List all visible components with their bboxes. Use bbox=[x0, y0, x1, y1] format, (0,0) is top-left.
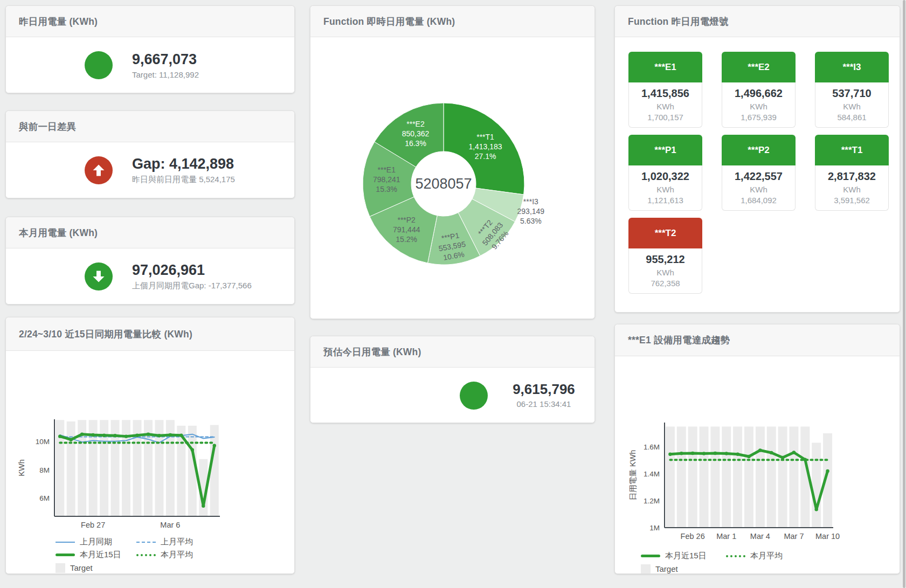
status-card-label: ***E2 bbox=[722, 52, 796, 82]
series-marker bbox=[80, 432, 84, 435]
series-marker bbox=[680, 452, 683, 455]
status-card-unit: KWh bbox=[630, 102, 701, 111]
panel-title: ***E1 設備用電達成趨勢 bbox=[628, 334, 730, 347]
target-bar bbox=[733, 427, 742, 528]
target-bar bbox=[722, 427, 731, 528]
target-bar bbox=[210, 425, 219, 516]
panel-status-lights: Function 昨日用電燈號 ***E11,415,856KWh1,700,1… bbox=[614, 5, 900, 313]
status-card-value: 1,422,557 bbox=[723, 170, 794, 183]
status-card-label: ***E1 bbox=[628, 52, 702, 82]
e1-trend-line-chart: 1M1.2M1.4M1.6MFeb 26Mar 1Mar 4Mar 7Mar 1… bbox=[615, 356, 900, 542]
series-marker bbox=[113, 434, 116, 437]
status-card-label: ***P2 bbox=[722, 135, 796, 165]
comparison-chart-legend: 上月同期上月平均本月近15日本月平均Target bbox=[56, 536, 294, 574]
status-card-unit: KWh bbox=[723, 102, 794, 111]
status-card-body: 537,710KWh584,861 bbox=[815, 82, 889, 128]
panel-title: Function 昨日用電燈號 bbox=[628, 15, 729, 28]
green-down-arrow-icon bbox=[85, 262, 113, 290]
status-card-label: ***T1 bbox=[815, 135, 889, 165]
panel-header: Function 昨日用電燈號 bbox=[615, 6, 900, 37]
month-usage-value: 97,026,961 bbox=[132, 262, 252, 279]
status-card-target: 1,121,613 bbox=[630, 196, 701, 205]
legend-item[interactable]: 本月平均 bbox=[136, 549, 228, 561]
x-tick-label: Mar 10 bbox=[815, 532, 840, 541]
status-card-unit: KWh bbox=[817, 185, 887, 194]
status-card-target: 1,675,939 bbox=[723, 113, 794, 122]
status-card-label: ***T2 bbox=[628, 218, 702, 248]
status-card: ***E21,496,662KWh1,675,939 bbox=[722, 52, 796, 128]
series-marker bbox=[781, 456, 784, 459]
legend-label: 本月近15日 bbox=[80, 550, 121, 560]
series-marker bbox=[725, 452, 728, 455]
panel-comparison-chart: 2/24~3/10 近15日同期用電量比較 (KWh) 6M8M10MFeb 2… bbox=[5, 317, 295, 574]
legend-item[interactable]: 本月平均 bbox=[726, 550, 807, 562]
series-marker bbox=[826, 469, 829, 473]
legend-swatch-box-icon bbox=[56, 563, 65, 573]
yesterday-usage-target: Target: 11,128,992 bbox=[132, 70, 199, 79]
target-bar bbox=[67, 421, 75, 516]
status-card-target: 3,591,562 bbox=[817, 196, 887, 205]
vertical-scrollbar-track[interactable] bbox=[902, 0, 906, 588]
legend-label: 本月平均 bbox=[750, 551, 783, 561]
status-card: ***T12,817,832KWh3,591,562 bbox=[815, 135, 889, 211]
panel-title: Function 即時日用電量 (KWh) bbox=[323, 15, 455, 28]
y-axis-title: KWh bbox=[17, 459, 26, 476]
legend-label: 本月平均 bbox=[161, 550, 193, 560]
legend-swatch-dots-icon bbox=[136, 554, 156, 556]
status-card-value: 537,710 bbox=[817, 87, 887, 100]
panel-title: 預估今日用電量 (KWh) bbox=[323, 345, 421, 358]
x-tick-label: Mar 6 bbox=[160, 521, 180, 529]
legend-label: 上月同期 bbox=[80, 537, 112, 547]
target-bar bbox=[710, 427, 720, 528]
status-card-unit: KWh bbox=[817, 102, 887, 111]
today-estimate-value: 9,615,796 bbox=[508, 382, 580, 398]
legend-item[interactable]: 本月近15日 bbox=[641, 550, 726, 562]
series-marker bbox=[213, 444, 216, 447]
series-marker bbox=[747, 455, 750, 458]
status-card-body: 2,817,832KWh3,591,562 bbox=[815, 165, 889, 211]
status-card-target: 1,700,157 bbox=[630, 113, 701, 122]
status-card-value: 1,020,322 bbox=[630, 170, 701, 183]
y-tick-label: 1.4M bbox=[644, 470, 660, 478]
panel-realtime-donut: Function 即時日用電量 (KWh) ***T11,413,18327.1… bbox=[310, 5, 595, 319]
vertical-scrollbar-thumb[interactable] bbox=[903, 0, 905, 588]
target-bar bbox=[812, 443, 821, 528]
status-card-body: 955,212KWh762,358 bbox=[628, 248, 702, 294]
legend-item[interactable]: 上月同期 bbox=[56, 536, 136, 548]
series-marker bbox=[102, 434, 106, 437]
target-bar bbox=[778, 427, 787, 528]
x-tick-label: Mar 4 bbox=[750, 532, 770, 541]
panel-header: 2/24~3/10 近15日同期用電量比較 (KWh) bbox=[6, 317, 294, 351]
donut-center-total: 5208057 bbox=[415, 176, 472, 192]
today-estimate-timestamp: 06-21 15:34:41 bbox=[508, 399, 580, 409]
comparison-line-chart: 6M8M10MFeb 27Mar 6KWh bbox=[6, 351, 295, 531]
status-card-body: 1,020,322KWh1,121,613 bbox=[628, 165, 702, 211]
panel-gap-prev-day: 與前一日差異 Gap: 4,142,898 昨日與前日用電量 5,524,175 bbox=[5, 110, 295, 198]
series-marker bbox=[758, 448, 762, 452]
series-marker bbox=[702, 452, 706, 455]
yesterday-usage-value: 9,667,073 bbox=[132, 51, 199, 68]
legend-item[interactable]: 上月平均 bbox=[136, 536, 228, 548]
target-bar bbox=[122, 420, 130, 516]
panel-today-estimate: 預估今日用電量 (KWh) 9,615,796 06-21 15:34:41 bbox=[310, 336, 595, 423]
series-marker bbox=[179, 434, 183, 437]
series-marker bbox=[668, 453, 672, 456]
legend-item[interactable]: Target bbox=[56, 562, 136, 574]
series-marker bbox=[714, 452, 717, 455]
legend-item[interactable]: Target bbox=[641, 563, 726, 574]
green-status-circle-icon bbox=[85, 51, 113, 79]
target-bar bbox=[688, 427, 697, 528]
legend-swatch-thick-icon bbox=[641, 555, 660, 557]
legend-swatch-line-icon bbox=[56, 542, 75, 543]
y-tick-label: 6M bbox=[39, 494, 50, 502]
series-marker bbox=[770, 451, 773, 454]
legend-label: 上月平均 bbox=[161, 537, 193, 547]
target-bar bbox=[666, 427, 675, 528]
legend-item[interactable]: 本月近15日 bbox=[56, 549, 136, 561]
series-marker bbox=[691, 452, 694, 455]
month-usage-gap: 上個月同期用電Gap: -17,377,566 bbox=[132, 281, 252, 291]
legend-swatch-thick-icon bbox=[56, 554, 75, 556]
series-marker bbox=[815, 508, 818, 511]
series-marker bbox=[191, 448, 194, 451]
y-tick-label: 1M bbox=[649, 524, 660, 532]
